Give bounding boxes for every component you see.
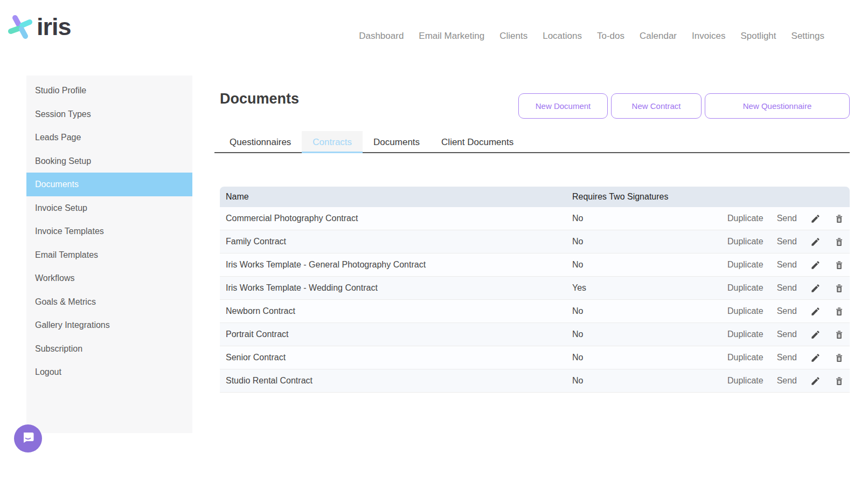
contract-name: Iris Works Template - Wedding Contract xyxy=(220,283,572,293)
contract-name: Iris Works Template - General Photograph… xyxy=(220,260,572,270)
delete-trash-icon[interactable] xyxy=(834,214,844,224)
requires-two-signatures-value: No xyxy=(572,214,702,223)
table-header: Name Requires Two Signatures xyxy=(220,187,850,207)
sidebar-item-session-types[interactable]: Session Types xyxy=(26,102,192,126)
requires-two-signatures-value: No xyxy=(572,260,702,270)
contract-name: Newborn Contract xyxy=(220,306,572,316)
duplicate-link[interactable]: Duplicate xyxy=(727,237,763,246)
requires-two-signatures-value: No xyxy=(572,353,702,362)
send-link[interactable]: Send xyxy=(777,237,797,246)
table-row: Portrait Contract No Duplicate Send xyxy=(220,323,850,346)
contract-name: Commercial Photography Contract xyxy=(220,214,572,223)
nav-clients[interactable]: Clients xyxy=(499,31,527,42)
delete-trash-icon[interactable] xyxy=(834,306,844,317)
edit-pencil-icon[interactable] xyxy=(810,353,821,363)
chat-launcher-button[interactable] xyxy=(14,424,42,452)
table-row: Iris Works Template - Wedding Contract Y… xyxy=(220,277,850,300)
sidebar-item-invoice-setup[interactable]: Invoice Setup xyxy=(26,196,192,220)
table-row: Iris Works Template - General Photograph… xyxy=(220,253,850,277)
nav-email-marketing[interactable]: Email Marketing xyxy=(419,31,484,42)
send-link[interactable]: Send xyxy=(777,330,797,339)
contracts-table: Name Requires Two Signatures Commercial … xyxy=(220,187,850,393)
brand-logo[interactable]: iris xyxy=(8,14,71,42)
sidebar-item-gallery-integrations[interactable]: Gallery Integrations xyxy=(26,313,192,337)
send-link[interactable]: Send xyxy=(777,353,797,362)
delete-trash-icon[interactable] xyxy=(834,376,844,386)
sidebar-item-invoice-templates[interactable]: Invoice Templates xyxy=(26,220,192,243)
send-link[interactable]: Send xyxy=(777,306,797,316)
duplicate-link[interactable]: Duplicate xyxy=(727,353,763,362)
row-actions: Duplicate Send xyxy=(702,353,850,363)
contract-name: Family Contract xyxy=(220,237,572,246)
app-window: iris Dashboard Email Marketing Clients L… xyxy=(0,0,868,480)
delete-trash-icon[interactable] xyxy=(834,353,844,363)
requires-two-signatures-value: No xyxy=(572,306,702,316)
document-action-buttons: New Document New Contract New Questionna… xyxy=(518,93,850,119)
sidebar-item-subscription[interactable]: Subscription xyxy=(26,337,192,361)
table-row: Commercial Photography Contract No Dupli… xyxy=(220,207,850,230)
requires-two-signatures-value: No xyxy=(572,376,702,386)
top-navigation: Dashboard Email Marketing Clients Locati… xyxy=(359,31,824,42)
tab-client-documents[interactable]: Client Documents xyxy=(430,131,524,152)
sidebar-item-leads-page[interactable]: Leads Page xyxy=(26,126,192,149)
delete-trash-icon[interactable] xyxy=(834,330,844,340)
row-actions: Duplicate Send xyxy=(702,376,850,386)
delete-trash-icon[interactable] xyxy=(834,237,844,247)
edit-pencil-icon[interactable] xyxy=(810,376,821,386)
requires-two-signatures-value: No xyxy=(572,330,702,339)
sidebar-item-documents[interactable]: Documents xyxy=(26,173,192,196)
row-actions: Duplicate Send xyxy=(702,214,850,224)
sidebar-item-studio-profile[interactable]: Studio Profile xyxy=(26,79,192,102)
send-link[interactable]: Send xyxy=(777,283,797,293)
edit-pencil-icon[interactable] xyxy=(810,283,821,293)
document-tabs: Questionnaires Contracts Documents Clien… xyxy=(214,131,850,153)
row-actions: Duplicate Send xyxy=(702,330,850,340)
contract-name: Senior Contract xyxy=(220,353,572,362)
tab-documents[interactable]: Documents xyxy=(363,131,430,152)
new-contract-button[interactable]: New Contract xyxy=(611,93,702,119)
tab-contracts[interactable]: Contracts xyxy=(302,131,363,152)
send-link[interactable]: Send xyxy=(777,376,797,386)
new-document-button[interactable]: New Document xyxy=(518,93,608,119)
delete-trash-icon[interactable] xyxy=(834,260,844,270)
duplicate-link[interactable]: Duplicate xyxy=(727,214,763,223)
requires-two-signatures-value: No xyxy=(572,237,702,246)
row-actions: Duplicate Send xyxy=(702,283,850,293)
send-link[interactable]: Send xyxy=(777,214,797,223)
edit-pencil-icon[interactable] xyxy=(810,237,821,247)
sidebar-item-booking-setup[interactable]: Booking Setup xyxy=(26,149,192,173)
sidebar-item-email-templates[interactable]: Email Templates xyxy=(26,243,192,267)
edit-pencil-icon[interactable] xyxy=(810,330,821,340)
edit-pencil-icon[interactable] xyxy=(810,260,821,270)
edit-pencil-icon[interactable] xyxy=(810,306,821,317)
column-header-requires-two-signatures: Requires Two Signatures xyxy=(572,192,702,202)
column-header-name: Name xyxy=(220,192,572,202)
nav-settings[interactable]: Settings xyxy=(791,31,824,42)
delete-trash-icon[interactable] xyxy=(834,283,844,293)
tab-questionnaires[interactable]: Questionnaires xyxy=(219,131,302,152)
chat-bubble-icon xyxy=(21,430,35,447)
contract-name: Portrait Contract xyxy=(220,330,572,339)
table-row: Newborn Contract No Duplicate Send xyxy=(220,300,850,323)
duplicate-link[interactable]: Duplicate xyxy=(727,260,763,270)
edit-pencil-icon[interactable] xyxy=(810,214,821,224)
settings-sidebar: Studio Profile Session Types Leads Page … xyxy=(26,76,192,433)
nav-calendar[interactable]: Calendar xyxy=(640,31,677,42)
contract-name: Studio Rental Contract xyxy=(220,376,572,386)
duplicate-link[interactable]: Duplicate xyxy=(727,376,763,386)
row-actions: Duplicate Send xyxy=(702,306,850,317)
nav-todos[interactable]: To-dos xyxy=(597,31,624,42)
sidebar-item-workflows[interactable]: Workflows xyxy=(26,266,192,290)
nav-invoices[interactable]: Invoices xyxy=(692,31,725,42)
duplicate-link[interactable]: Duplicate xyxy=(727,330,763,339)
sidebar-item-logout[interactable]: Logout xyxy=(26,360,192,384)
send-link[interactable]: Send xyxy=(777,260,797,270)
nav-locations[interactable]: Locations xyxy=(543,31,582,42)
duplicate-link[interactable]: Duplicate xyxy=(727,306,763,316)
nav-spotlight[interactable]: Spotlight xyxy=(740,31,776,42)
page-title: Documents xyxy=(220,91,299,107)
nav-dashboard[interactable]: Dashboard xyxy=(359,31,404,42)
new-questionnaire-button[interactable]: New Questionnaire xyxy=(705,93,850,119)
sidebar-item-goals-metrics[interactable]: Goals & Metrics xyxy=(26,290,192,314)
duplicate-link[interactable]: Duplicate xyxy=(727,283,763,293)
